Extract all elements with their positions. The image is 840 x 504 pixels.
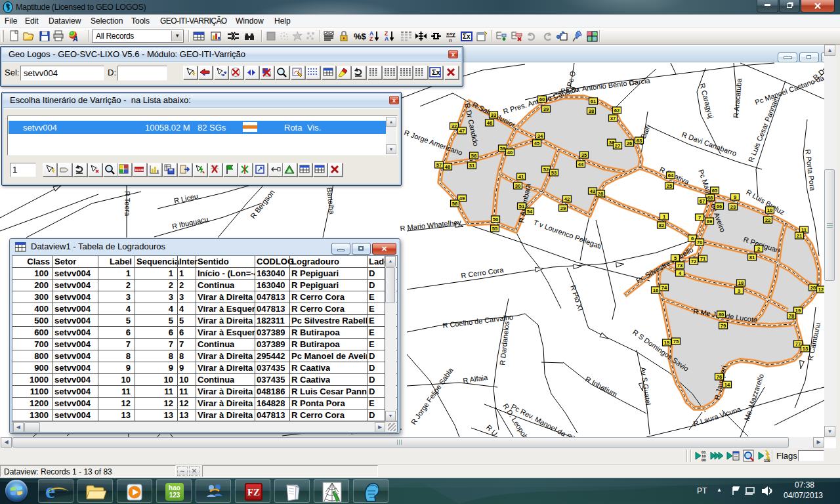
- svg-text:16: 16: [653, 287, 658, 293]
- svg-text:81: 81: [749, 255, 755, 261]
- svg-text:47: 47: [459, 128, 465, 134]
- svg-text:7: 7: [698, 215, 701, 220]
- svg-text:x×y: x×y: [446, 31, 455, 37]
- svg-text:15: 15: [664, 340, 669, 346]
- svg-text:10: 10: [767, 207, 772, 213]
- svg-text:37: 37: [610, 116, 616, 121]
- svg-text:54: 54: [527, 209, 533, 215]
- svg-text:77: 77: [795, 341, 801, 347]
- svg-text:71: 71: [700, 256, 705, 262]
- svg-text:2: 2: [757, 246, 760, 252]
- svg-text:30: 30: [515, 183, 520, 189]
- svg-text:NAME: NAME: [135, 168, 145, 172]
- svg-text:27: 27: [615, 143, 620, 149]
- svg-text:60: 60: [539, 96, 545, 102]
- svg-text:44: 44: [578, 161, 584, 167]
- svg-text:9: 9: [734, 194, 736, 200]
- svg-text:76: 76: [717, 374, 722, 380]
- svg-text:72: 72: [691, 259, 696, 264]
- svg-text:12: 12: [818, 287, 824, 293]
- svg-text:32: 32: [452, 123, 457, 129]
- svg-text:80: 80: [719, 312, 724, 318]
- svg-text:63: 63: [637, 138, 642, 144]
- svg-text:Σx: Σx: [463, 33, 471, 40]
- svg-text:40: 40: [507, 150, 513, 156]
- svg-text:A: A: [72, 35, 78, 43]
- svg-text:67: 67: [700, 198, 705, 204]
- svg-text:Σx: Σx: [432, 68, 441, 76]
- svg-text:46: 46: [487, 120, 492, 126]
- svg-text:53: 53: [551, 170, 556, 176]
- svg-text:48: 48: [445, 164, 450, 170]
- svg-text:62: 62: [614, 108, 620, 114]
- svg-text:A: A: [385, 35, 388, 42]
- svg-text:65: 65: [712, 188, 717, 194]
- svg-text:56: 56: [452, 201, 457, 207]
- svg-text:50: 50: [493, 217, 498, 222]
- svg-text:59: 59: [500, 146, 505, 152]
- svg-text:52: 52: [543, 167, 549, 173]
- svg-text:74: 74: [662, 285, 667, 291]
- svg-text:38: 38: [589, 108, 594, 114]
- svg-text:75: 75: [673, 339, 679, 345]
- svg-text:51: 51: [519, 203, 524, 209]
- svg-text:34: 34: [537, 133, 543, 139]
- svg-text:42: 42: [564, 196, 570, 202]
- svg-text:31: 31: [469, 163, 474, 169]
- svg-text:64: 64: [668, 173, 674, 178]
- svg-text:58: 58: [471, 153, 476, 159]
- svg-text:21: 21: [797, 233, 802, 239]
- svg-text:18: 18: [738, 280, 744, 286]
- svg-text:%$: %$: [354, 32, 366, 41]
- svg-text:55: 55: [492, 226, 497, 232]
- svg-text:n: n: [449, 37, 452, 43]
- svg-text:73: 73: [677, 262, 682, 268]
- svg-text:69: 69: [707, 219, 712, 224]
- svg-text:33: 33: [491, 112, 496, 118]
- svg-text:6: 6: [691, 236, 694, 242]
- svg-text:00: 00: [702, 458, 706, 462]
- svg-text:14: 14: [724, 382, 730, 388]
- svg-text:5: 5: [674, 255, 677, 261]
- svg-text:61: 61: [591, 98, 596, 104]
- svg-text:110: 110: [764, 459, 770, 463]
- svg-text:28: 28: [598, 191, 603, 197]
- svg-text:57: 57: [436, 162, 442, 168]
- svg-text:49: 49: [459, 196, 465, 201]
- svg-text:45: 45: [534, 140, 539, 146]
- svg-text:39: 39: [543, 106, 549, 112]
- svg-text:78: 78: [789, 313, 794, 319]
- svg-text:25: 25: [667, 183, 672, 189]
- svg-text:R Teera: R Teera: [123, 191, 132, 217]
- svg-text:82: 82: [659, 222, 664, 228]
- svg-text:35: 35: [581, 152, 587, 158]
- svg-text:79: 79: [721, 323, 726, 329]
- svg-text:70: 70: [697, 240, 702, 245]
- svg-text:66: 66: [717, 203, 722, 209]
- svg-text:68: 68: [707, 195, 713, 201]
- svg-text:3: 3: [738, 288, 740, 294]
- svg-text:23: 23: [730, 204, 736, 210]
- svg-text:Z: Z: [369, 35, 373, 42]
- svg-text:26: 26: [627, 140, 632, 146]
- svg-text:41: 41: [518, 174, 524, 180]
- svg-text:13: 13: [803, 346, 808, 352]
- svg-text:29: 29: [560, 205, 566, 211]
- svg-text:20: 20: [810, 285, 816, 291]
- svg-text:1: 1: [663, 214, 665, 220]
- svg-text:43: 43: [590, 188, 595, 194]
- svg-text:22: 22: [765, 217, 770, 223]
